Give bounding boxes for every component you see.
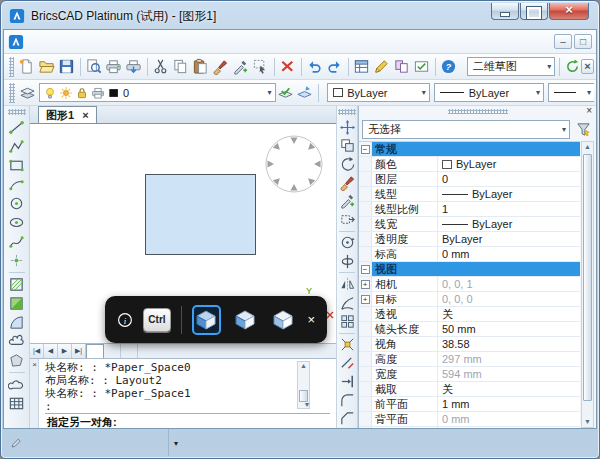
wipeout-tool-icon[interactable] xyxy=(7,351,27,370)
minimize-button[interactable] xyxy=(491,3,519,20)
mdi-minimize-button[interactable] xyxy=(554,34,572,49)
info-icon[interactable]: i xyxy=(117,311,133,329)
linetype-select[interactable]: ByLayer xyxy=(434,83,544,102)
menu-view[interactable] xyxy=(56,39,72,45)
table-tool-icon[interactable] xyxy=(7,394,27,413)
prop-lens-length[interactable]: 镜头长度 50 mm xyxy=(359,322,580,337)
edit-text-icon[interactable] xyxy=(412,57,432,77)
cloud-tool-icon[interactable] xyxy=(7,375,27,394)
layer-previous-icon[interactable] xyxy=(295,83,314,103)
status-dyn-input[interactable] xyxy=(168,429,183,456)
command-grip[interactable] xyxy=(30,359,39,428)
array-tool-icon[interactable] xyxy=(337,312,357,330)
ellipse-tool-icon[interactable] xyxy=(7,213,27,232)
copy-props-tool-icon[interactable] xyxy=(337,192,357,210)
lineweight-select[interactable] xyxy=(548,83,594,102)
move-tool-icon[interactable] xyxy=(337,118,357,136)
scroll-thumb[interactable] xyxy=(583,154,592,401)
help-icon[interactable]: ? xyxy=(439,57,459,77)
draw-order-icon[interactable] xyxy=(372,57,392,77)
scroll-down-icon[interactable] xyxy=(582,417,593,427)
prop-linetype[interactable]: 线型 ByLayer xyxy=(359,187,580,202)
property-value[interactable] xyxy=(438,262,580,276)
revcloud-tool-icon[interactable] xyxy=(7,332,27,351)
refresh-view-icon[interactable] xyxy=(564,57,581,77)
view-style-option3-button[interactable] xyxy=(269,305,297,335)
gradient-tool-icon[interactable] xyxy=(7,294,27,313)
toolbar-grip[interactable] xyxy=(8,109,26,115)
property-value[interactable]: ByLayer xyxy=(438,157,580,171)
copy-tool-icon[interactable] xyxy=(337,136,357,154)
fillet-tool-icon[interactable] xyxy=(337,391,357,409)
polyline-tool-icon[interactable] xyxy=(7,137,27,156)
filter-icon[interactable] xyxy=(573,119,593,139)
rotate-tool-icon[interactable] xyxy=(337,155,357,173)
match-props-tool-icon[interactable] xyxy=(337,173,357,191)
menu-dimension[interactable] xyxy=(136,39,152,45)
color-select[interactable]: ByLayer xyxy=(327,83,430,102)
property-value[interactable]: 0 mm xyxy=(438,412,580,426)
maximize-button[interactable] xyxy=(520,3,548,20)
sweep-tool-icon[interactable] xyxy=(337,294,357,312)
menu-insert[interactable] xyxy=(72,39,88,45)
menu-file[interactable] xyxy=(24,39,40,45)
drawing-explorer-icon[interactable] xyxy=(352,57,372,77)
properties-scrollbar[interactable] xyxy=(581,141,594,428)
last-layout-button[interactable] xyxy=(72,344,86,358)
property-value[interactable]: 50 mm xyxy=(438,322,580,336)
prop-height[interactable]: 高度 297 mm xyxy=(359,352,580,367)
property-value[interactable]: 2D线框 xyxy=(438,427,580,428)
toolbar-grip[interactable] xyxy=(338,109,356,115)
prop-perspective[interactable]: 透视 关 xyxy=(359,307,580,322)
expand-toggle[interactable] xyxy=(361,295,370,304)
view-style-option2-button[interactable] xyxy=(231,305,259,335)
prop-elevation[interactable]: 标高 0 mm xyxy=(359,247,580,262)
trim-tool-icon[interactable] xyxy=(337,354,357,372)
stretch-tool-icon[interactable] xyxy=(337,210,357,228)
prop-front-plane[interactable]: 前平面 1 mm xyxy=(359,397,580,412)
region-tool-icon[interactable] xyxy=(7,313,27,332)
hatch-tool-icon[interactable] xyxy=(7,275,27,294)
menu-draw[interactable] xyxy=(120,39,136,45)
line-tool-icon[interactable] xyxy=(7,118,27,137)
property-value[interactable]: 594 mm xyxy=(438,367,580,381)
prop-section-general[interactable]: 常规 xyxy=(359,142,580,157)
paste-icon[interactable] xyxy=(191,57,211,77)
match-properties-icon[interactable] xyxy=(211,57,231,77)
delete-icon[interactable] xyxy=(278,57,298,77)
arc-tool-icon[interactable] xyxy=(7,175,27,194)
prop-lineweight[interactable]: 线宽 ByLayer xyxy=(359,217,580,232)
drawn-circle[interactable] xyxy=(262,132,326,196)
set-layer-current-icon[interactable] xyxy=(276,83,295,103)
popup-close-icon[interactable] xyxy=(307,313,315,326)
circle-tool-icon[interactable] xyxy=(7,194,27,213)
prop-camera[interactable]: 相机 0, 0, 1 xyxy=(359,277,580,292)
property-value[interactable] xyxy=(438,142,580,156)
rectangle-tool-icon[interactable] xyxy=(7,156,27,175)
menu-help[interactable] xyxy=(200,39,216,45)
prop-transparency[interactable]: 透明度 ByLayer xyxy=(359,232,580,247)
chamfer-tool-icon[interactable] xyxy=(337,410,357,428)
mdi-restore-button[interactable] xyxy=(574,34,592,49)
menu-window[interactable] xyxy=(184,39,200,45)
previous-layout-button[interactable] xyxy=(44,344,58,358)
entity-props-icon[interactable] xyxy=(392,57,412,77)
prop-clipping[interactable]: 截取 关 xyxy=(359,382,580,397)
property-value[interactable]: ByLayer xyxy=(438,232,580,246)
prop-width[interactable]: 宽度 594 mm xyxy=(359,367,580,382)
prop-section-view[interactable]: 视图 xyxy=(359,262,580,277)
tab-layout2[interactable] xyxy=(121,344,138,358)
property-value[interactable]: 0, 0, 1 xyxy=(438,277,580,291)
menu-edit[interactable] xyxy=(40,39,56,45)
save-icon[interactable] xyxy=(57,57,77,77)
prop-color[interactable]: 颜色 ByLayer xyxy=(359,157,580,172)
revolve-tool-icon[interactable] xyxy=(337,234,357,252)
prop-linetype-scale[interactable]: 线型比例 1 xyxy=(359,202,580,217)
menu-settings[interactable] xyxy=(88,39,104,45)
prop-target[interactable]: 目标 0, 0, 0 xyxy=(359,292,580,307)
copy-properties-icon[interactable] xyxy=(231,57,251,77)
property-value[interactable]: ByLayer xyxy=(438,187,580,201)
property-value[interactable]: 1 mm xyxy=(438,397,580,411)
prop-view-angle[interactable]: 视角 38.58 xyxy=(359,337,580,352)
mdi-system-icon[interactable] xyxy=(8,34,24,50)
